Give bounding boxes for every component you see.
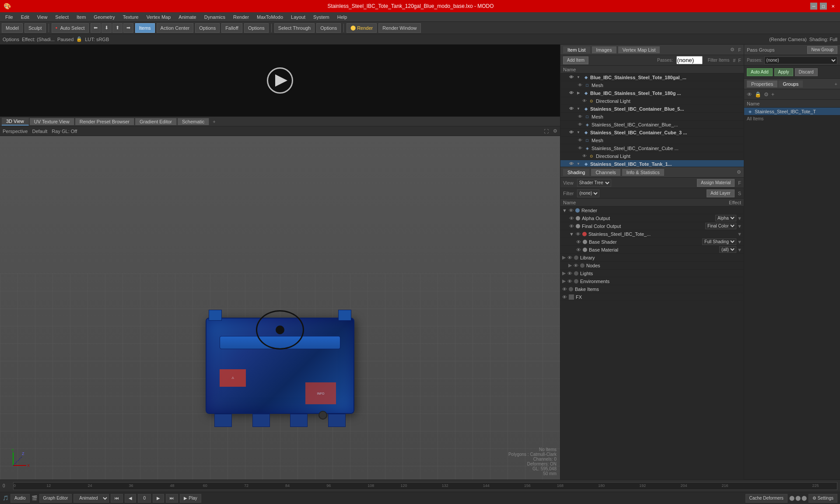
menu-layout[interactable]: Layout (287, 14, 309, 21)
expand-icon[interactable]: ▶ (575, 90, 581, 96)
expand-icon[interactable]: ▶ (562, 255, 566, 260)
menu-render[interactable]: Render (230, 14, 252, 21)
tab-images[interactable]: Images (592, 46, 616, 53)
falloff-button[interactable]: Falloff (221, 23, 242, 33)
animated-select[interactable]: Animated (74, 494, 109, 503)
expand-icon[interactable]: ▶ (562, 270, 566, 276)
eye-icon[interactable]: 👁 (569, 75, 574, 80)
eye-icon[interactable]: 👁 (578, 83, 582, 88)
add-viewport-tab-button[interactable]: + (210, 118, 218, 125)
status-icon-2[interactable]: ⬤ (795, 495, 801, 501)
dropdown-arrow[interactable]: ▼ (737, 224, 742, 229)
apply-button[interactable]: Apply (774, 68, 793, 76)
eye-icon[interactable]: 👁 (582, 98, 587, 103)
list-item[interactable]: 👁 ⊙ Directional Light (560, 97, 744, 105)
status-icon-3[interactable]: ⬤ (802, 495, 807, 501)
assign-material-button[interactable]: Assign Material (697, 179, 735, 187)
expand-icon[interactable]: ▼ (562, 208, 567, 213)
eye-icon[interactable]: 👁 (569, 161, 574, 166)
menu-item[interactable]: Item (73, 14, 89, 21)
shader-row[interactable]: 👁 FX (560, 293, 744, 301)
shader-row[interactable]: 👁 Bake Items (560, 285, 744, 293)
mode-model-button[interactable]: Model (2, 23, 23, 33)
next-button[interactable]: ▶ (153, 494, 164, 503)
expand-icon[interactable]: ▼ (575, 130, 581, 136)
eye-icon[interactable]: 👁 (569, 216, 574, 221)
tab-schematic[interactable]: Schematic (178, 118, 209, 125)
play-button[interactable] (267, 67, 293, 94)
shader-row[interactable]: 👁 Alpha Output Alpha ▼ (560, 214, 744, 222)
select-through-button[interactable]: Select Through (274, 23, 315, 33)
tab-shading[interactable]: Shading (563, 169, 589, 176)
menu-view[interactable]: View (34, 14, 51, 21)
audio-button[interactable]: Audio (10, 494, 30, 503)
filter-select[interactable]: (none) (577, 189, 599, 197)
discard-button[interactable]: Discard (795, 68, 818, 76)
menu-system[interactable]: System (310, 14, 333, 21)
menu-geometry[interactable]: Geometry (90, 14, 118, 21)
render-button[interactable]: ⬤ Render (346, 23, 377, 33)
3d-viewport[interactable]: ⚠ INFO (0, 136, 560, 480)
viewport-control-options[interactable]: ⚙ (553, 128, 557, 134)
prev-button[interactable]: ◀ (125, 494, 136, 503)
il-collapse-icon[interactable]: F (738, 47, 741, 52)
tab-channels[interactable]: Channels (591, 169, 620, 176)
menu-texture[interactable]: Texture (119, 14, 142, 21)
list-item[interactable]: 👁 □ Mesh (560, 113, 744, 121)
eye-icon[interactable]: 👁 (567, 279, 572, 284)
effect-select[interactable]: (all) (719, 246, 736, 253)
tab-render-preset[interactable]: Render Preset Browser (75, 118, 134, 125)
eye-icon[interactable]: 👁 (569, 208, 574, 213)
action-center-button[interactable]: Action Center (157, 23, 194, 33)
list-item[interactable]: 👁 ▼ ◈ Blue_IBC_Stainless_Steel_Tote_180g… (560, 74, 744, 81)
effect-select[interactable]: Final Color (705, 223, 736, 229)
add-item-button[interactable]: Add Item (563, 56, 588, 64)
timeline-track[interactable]: 0 12 24 36 48 60 72 84 96 108 120 132 14… (13, 482, 837, 490)
shader-row[interactable]: 👁 Base Shader Full Shading ▼ (560, 238, 744, 246)
auto-add-button[interactable]: Auto Add (747, 68, 773, 76)
prev-frame-button[interactable]: ⏮ (111, 494, 123, 503)
list-item[interactable]: 👁 □ Mesh (560, 81, 744, 89)
menu-help[interactable]: Help (334, 14, 351, 21)
il-settings-icon[interactable]: ⚙ (730, 47, 735, 52)
close-button[interactable]: ✕ (830, 3, 836, 10)
passes-input[interactable] (676, 56, 703, 64)
list-item[interactable]: 👁 ▼ ◈ Stainless_Steel_IBC_Tote_Tank_1... (560, 160, 744, 167)
shader-row[interactable]: 👁 Final Color Output Final Color ▼ (560, 222, 744, 230)
eye-icon[interactable]: 👁 (578, 146, 582, 150)
tab-properties[interactable]: Properties (747, 80, 777, 88)
eye-icon[interactable]: 👁 (567, 255, 572, 260)
menu-select[interactable]: Select (52, 14, 72, 21)
eye-icon[interactable]: 👁 (576, 247, 581, 252)
eye-icon[interactable]: 👁 (576, 239, 581, 245)
eye-icon[interactable]: 👁 (562, 287, 567, 292)
options2-button[interactable]: Options (244, 23, 269, 33)
dropdown-arrow[interactable]: ▼ (737, 231, 742, 237)
eye-icon[interactable]: 👁 (574, 263, 578, 268)
eye-icon[interactable]: 👁 (562, 294, 567, 300)
options3-button[interactable]: Options (316, 23, 341, 33)
minimize-button[interactable]: ─ (810, 3, 817, 10)
eye-icon[interactable]: 👁 (582, 154, 587, 158)
group-row[interactable]: ◈ Stainless_Steel_IBC_Tote_T (744, 108, 840, 116)
eye-icon[interactable]: 👁 (569, 224, 574, 229)
next-frame-button[interactable]: ⏭ (166, 494, 178, 503)
tab-uv-texture[interactable]: UV Texture View (30, 118, 74, 125)
shader-row[interactable]: ▼ 👁 Stainless_Steel_IBC_Tote_... ▼ (560, 230, 744, 238)
menu-maxtomodo[interactable]: MaxToModo (253, 14, 287, 21)
shader-row[interactable]: ▶ 👁 Nodes (560, 262, 744, 270)
menu-dynamics[interactable]: Dynamics (201, 14, 229, 21)
tab-gradient-editor[interactable]: Gradient Editor (135, 118, 177, 125)
expand-icon[interactable]: ▼ (575, 161, 581, 167)
eye-icon[interactable]: 👁 (578, 138, 582, 143)
list-item[interactable]: 👁 ◈ Stainless_Steel_IBC_Container_Cube .… (560, 144, 744, 152)
shader-row[interactable]: ▼ 👁 Render (560, 206, 744, 214)
expand-icon[interactable]: ▼ (569, 231, 574, 237)
add-layer-button[interactable]: Add Layer (707, 189, 735, 197)
eye-icon[interactable]: 👁 (576, 231, 581, 237)
graph-editor-button[interactable]: Graph Editor (39, 494, 72, 503)
tab-groups[interactable]: Groups (778, 80, 803, 88)
eye-icon[interactable]: 👁 (569, 91, 574, 95)
nav-btn-1[interactable]: ⬅ (91, 23, 101, 33)
settings-button[interactable]: ⚙ Settings (808, 494, 837, 503)
